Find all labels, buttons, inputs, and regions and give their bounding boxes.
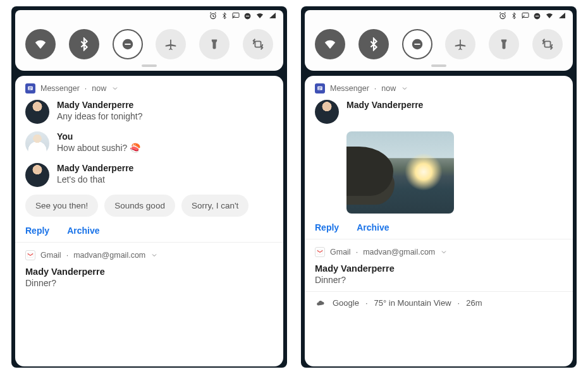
status-bar <box>305 10 573 21</box>
messenger-icon <box>25 83 35 94</box>
qs-rotate[interactable] <box>532 29 563 59</box>
notification-header[interactable]: Messenger · now <box>315 83 563 94</box>
gmail-account: madvan@gmail.com <box>363 248 435 256</box>
gmail-icon <box>315 247 325 257</box>
qs-flashlight[interactable] <box>199 29 230 59</box>
chevron-down-icon[interactable] <box>401 85 408 92</box>
reply-button[interactable]: Reply <box>25 226 49 236</box>
avatar <box>25 131 49 155</box>
wifi-icon <box>544 12 554 20</box>
dnd-icon <box>243 12 252 20</box>
qs-wifi[interactable] <box>315 29 345 59</box>
svg-rect-21 <box>319 88 322 89</box>
qs-airplane[interactable] <box>445 29 475 59</box>
reply-button[interactable]: Reply <box>315 222 339 232</box>
gmail-account: madvan@gmail.com <box>73 251 145 260</box>
notification-header[interactable]: Messenger · now <box>25 83 273 94</box>
avatar <box>25 163 49 187</box>
message-text: Let's do that <box>57 174 273 184</box>
qs-bluetooth[interactable] <box>69 29 99 59</box>
app-name: Gmail <box>330 248 351 256</box>
message-item: You How about sushi? 🍣 <box>25 131 273 155</box>
notification-shade: Messenger · now Mady Vanderperre Reply A… <box>305 76 573 366</box>
message-sender: Mady Vanderperre <box>57 100 273 110</box>
app-name: Messenger <box>40 84 80 93</box>
message-photo[interactable] <box>346 131 454 214</box>
signal-icon <box>268 12 277 20</box>
cast-icon <box>521 12 530 20</box>
message-text: How about sushi? 🍣 <box>57 143 273 153</box>
qs-handle[interactable] <box>431 64 446 67</box>
cast-icon <box>231 12 240 20</box>
notification-header[interactable]: Gmail · madvan@gmail.com <box>25 250 273 260</box>
qs-bluetooth[interactable] <box>358 29 389 59</box>
smart-reply-chip[interactable]: Sounds good <box>104 195 175 217</box>
notif-time: now <box>381 84 396 93</box>
svg-rect-13 <box>522 13 529 18</box>
qs-flashlight[interactable] <box>489 29 519 59</box>
chevron-down-icon[interactable] <box>440 248 448 256</box>
messenger-icon <box>315 83 325 94</box>
svg-rect-15 <box>536 15 539 16</box>
avatar <box>25 100 49 124</box>
svg-rect-8 <box>29 87 32 88</box>
svg-rect-17 <box>414 44 420 45</box>
svg-rect-5 <box>125 44 130 45</box>
signal-icon <box>558 12 567 20</box>
notification-actions: Reply Archive <box>25 226 273 236</box>
archive-button[interactable]: Archive <box>357 222 389 232</box>
wifi-icon <box>255 12 265 20</box>
svg-rect-6 <box>255 41 260 47</box>
qs-wifi[interactable] <box>25 29 56 59</box>
qs-handle[interactable] <box>142 64 157 67</box>
svg-rect-20 <box>319 87 322 88</box>
message-sender: Mady Vanderperre <box>57 163 273 173</box>
smart-reply-row: See you then! Sounds good Sorry, I can't <box>25 195 273 217</box>
dnd-icon <box>533 12 541 20</box>
archive-button[interactable]: Archive <box>67 226 99 236</box>
svg-rect-9 <box>29 88 32 89</box>
notification-gmail[interactable]: Gmail · madvan@gmail.com Mady Vanderperr… <box>15 242 283 294</box>
weather-age: 26m <box>466 298 482 308</box>
message-text: Any ideas for tonight? <box>57 111 273 121</box>
message-item: Mady Vanderperre Let's do that <box>25 163 273 187</box>
svg-rect-22 <box>319 89 321 90</box>
svg-rect-3 <box>246 15 249 16</box>
notification-gmail[interactable]: Gmail · madvan@gmail.com Mady Vanderperr… <box>305 239 573 291</box>
weather-source: Google <box>333 298 359 308</box>
email-subject: Dinner? <box>315 275 563 285</box>
cloud-icon <box>315 299 326 308</box>
quick-settings <box>15 21 283 71</box>
status-bar <box>15 10 283 21</box>
bluetooth-icon <box>510 11 518 20</box>
alarm-icon <box>209 11 217 20</box>
notif-time: now <box>92 84 106 93</box>
qs-rotate[interactable] <box>243 29 273 59</box>
email-from: Mady Vanderperre <box>315 263 563 274</box>
message-sender: You <box>57 131 273 142</box>
notification-messenger[interactable]: Messenger · now Mady Vanderperre Reply A… <box>305 76 573 239</box>
notification-header[interactable]: Gmail · madvan@gmail.com <box>315 247 563 257</box>
svg-rect-1 <box>233 13 239 18</box>
phone-right: Messenger · now Mady Vanderperre Reply A… <box>301 6 577 368</box>
qs-dnd[interactable] <box>113 29 143 59</box>
phone-left: Messenger · now Mady Vanderperre Any ide… <box>11 6 287 368</box>
svg-rect-10 <box>29 89 31 90</box>
avatar <box>315 100 339 124</box>
smart-reply-chip[interactable]: Sorry, I can't <box>181 195 248 217</box>
notification-weather[interactable]: Google · 75° in Mountain View · 26m <box>305 291 573 313</box>
notification-messenger[interactable]: Messenger · now Mady Vanderperre Any ide… <box>15 76 283 242</box>
qs-dnd[interactable] <box>402 29 432 59</box>
svg-rect-18 <box>544 41 550 47</box>
email-subject: Dinner? <box>25 278 273 288</box>
bluetooth-icon <box>221 11 228 20</box>
app-name: Gmail <box>40 251 61 260</box>
message-item: Mady Vanderperre <box>315 100 563 124</box>
email-from: Mady Vanderperre <box>25 267 273 277</box>
weather-summary: 75° in Mountain View <box>374 298 451 308</box>
qs-airplane[interactable] <box>156 29 186 59</box>
chevron-down-icon[interactable] <box>150 251 158 259</box>
smart-reply-chip[interactable]: See you then! <box>25 195 98 217</box>
notification-shade: Messenger · now Mady Vanderperre Any ide… <box>15 76 283 366</box>
chevron-down-icon[interactable] <box>111 85 119 92</box>
